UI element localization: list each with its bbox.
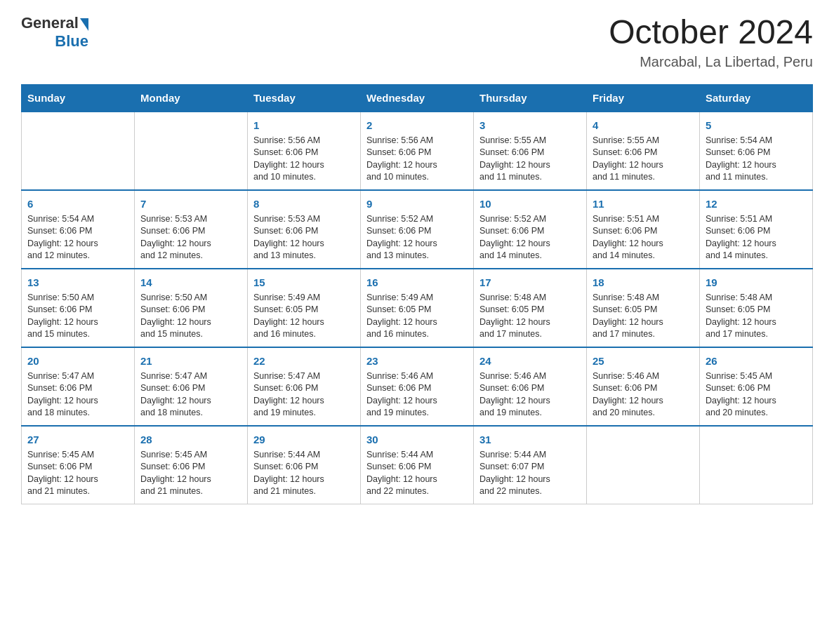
day-info: Sunrise: 5:54 AM Sunset: 6:06 PM Dayligh… <box>706 135 807 184</box>
day-info: Sunrise: 5:48 AM Sunset: 6:05 PM Dayligh… <box>479 292 581 341</box>
weekday-header-friday: Friday <box>587 84 700 112</box>
calendar-cell <box>587 426 700 504</box>
day-info: Sunrise: 5:46 AM Sunset: 6:06 PM Dayligh… <box>479 370 581 420</box>
day-info: Sunrise: 5:48 AM Sunset: 6:05 PM Dayligh… <box>593 292 694 341</box>
day-info: Sunrise: 5:44 AM Sunset: 6:06 PM Dayligh… <box>366 449 468 498</box>
calendar-cell: 8Sunrise: 5:53 AM Sunset: 6:06 PM Daylig… <box>248 190 361 269</box>
day-number: 17 <box>479 275 581 290</box>
day-number: 20 <box>27 354 128 368</box>
calendar-cell: 5Sunrise: 5:54 AM Sunset: 6:06 PM Daylig… <box>700 112 813 190</box>
calendar-cell: 1Sunrise: 5:56 AM Sunset: 6:06 PM Daylig… <box>248 112 361 190</box>
day-info: Sunrise: 5:48 AM Sunset: 6:05 PM Dayligh… <box>706 292 807 341</box>
calendar-cell: 16Sunrise: 5:49 AM Sunset: 6:05 PM Dayli… <box>361 269 474 347</box>
calendar-cell: 6Sunrise: 5:54 AM Sunset: 6:06 PM Daylig… <box>22 190 135 269</box>
day-number: 31 <box>479 432 581 447</box>
calendar-cell: 29Sunrise: 5:44 AM Sunset: 6:06 PM Dayli… <box>248 426 361 504</box>
day-info: Sunrise: 5:47 AM Sunset: 6:06 PM Dayligh… <box>27 370 128 420</box>
calendar-cell: 25Sunrise: 5:46 AM Sunset: 6:06 PM Dayli… <box>587 347 700 426</box>
day-info: Sunrise: 5:53 AM Sunset: 6:06 PM Dayligh… <box>140 213 241 262</box>
day-info: Sunrise: 5:55 AM Sunset: 6:06 PM Dayligh… <box>593 135 694 184</box>
calendar-cell: 23Sunrise: 5:46 AM Sunset: 6:06 PM Dayli… <box>361 347 474 426</box>
month-title: October 2024 <box>609 14 813 51</box>
calendar-cell: 19Sunrise: 5:48 AM Sunset: 6:05 PM Dayli… <box>700 269 813 347</box>
day-number: 26 <box>706 354 807 368</box>
day-info: Sunrise: 5:45 AM Sunset: 6:06 PM Dayligh… <box>706 370 807 420</box>
day-info: Sunrise: 5:44 AM Sunset: 6:06 PM Dayligh… <box>253 449 355 498</box>
weekday-header-monday: Monday <box>135 84 248 112</box>
calendar-cell: 15Sunrise: 5:49 AM Sunset: 6:05 PM Dayli… <box>248 269 361 347</box>
day-number: 23 <box>366 354 468 368</box>
day-number: 29 <box>253 432 355 447</box>
day-info: Sunrise: 5:45 AM Sunset: 6:06 PM Dayligh… <box>140 449 241 498</box>
week-row-4: 20Sunrise: 5:47 AM Sunset: 6:06 PM Dayli… <box>22 347 813 426</box>
calendar-cell: 3Sunrise: 5:55 AM Sunset: 6:06 PM Daylig… <box>474 112 587 190</box>
calendar-cell: 14Sunrise: 5:50 AM Sunset: 6:06 PM Dayli… <box>135 269 248 347</box>
day-number: 16 <box>366 275 468 290</box>
day-info: Sunrise: 5:49 AM Sunset: 6:05 PM Dayligh… <box>253 292 355 341</box>
logo: General Blue <box>21 14 88 51</box>
calendar-cell: 7Sunrise: 5:53 AM Sunset: 6:06 PM Daylig… <box>135 190 248 269</box>
title-area: October 2024 Marcabal, La Libertad, Peru <box>609 14 813 70</box>
day-number: 15 <box>253 275 355 290</box>
day-info: Sunrise: 5:54 AM Sunset: 6:06 PM Dayligh… <box>27 213 128 262</box>
week-row-5: 27Sunrise: 5:45 AM Sunset: 6:06 PM Dayli… <box>22 426 813 504</box>
weekday-header-row: SundayMondayTuesdayWednesdayThursdayFrid… <box>22 84 813 112</box>
calendar-cell: 28Sunrise: 5:45 AM Sunset: 6:06 PM Dayli… <box>135 426 248 504</box>
calendar-cell: 17Sunrise: 5:48 AM Sunset: 6:05 PM Dayli… <box>474 269 587 347</box>
day-number: 3 <box>479 118 581 133</box>
day-number: 28 <box>140 432 241 447</box>
day-number: 13 <box>27 275 128 290</box>
day-number: 24 <box>479 354 581 368</box>
day-number: 1 <box>253 118 355 133</box>
day-number: 18 <box>593 275 694 290</box>
weekday-header-sunday: Sunday <box>22 84 135 112</box>
calendar-table: SundayMondayTuesdayWednesdayThursdayFrid… <box>21 84 813 504</box>
day-info: Sunrise: 5:51 AM Sunset: 6:06 PM Dayligh… <box>706 213 807 262</box>
day-number: 2 <box>366 118 468 133</box>
calendar-cell: 9Sunrise: 5:52 AM Sunset: 6:06 PM Daylig… <box>361 190 474 269</box>
calendar-cell: 4Sunrise: 5:55 AM Sunset: 6:06 PM Daylig… <box>587 112 700 190</box>
week-row-3: 13Sunrise: 5:50 AM Sunset: 6:06 PM Dayli… <box>22 269 813 347</box>
day-info: Sunrise: 5:46 AM Sunset: 6:06 PM Dayligh… <box>366 370 468 420</box>
calendar-cell: 2Sunrise: 5:56 AM Sunset: 6:06 PM Daylig… <box>361 112 474 190</box>
calendar-cell <box>22 112 135 190</box>
calendar-cell: 11Sunrise: 5:51 AM Sunset: 6:06 PM Dayli… <box>587 190 700 269</box>
calendar-cell: 12Sunrise: 5:51 AM Sunset: 6:06 PM Dayli… <box>700 190 813 269</box>
calendar-cell <box>135 112 248 190</box>
calendar-cell: 27Sunrise: 5:45 AM Sunset: 6:06 PM Dayli… <box>22 426 135 504</box>
day-number: 5 <box>706 118 807 133</box>
location-title: Marcabal, La Libertad, Peru <box>609 54 813 70</box>
day-info: Sunrise: 5:46 AM Sunset: 6:06 PM Dayligh… <box>593 370 694 420</box>
calendar-cell: 13Sunrise: 5:50 AM Sunset: 6:06 PM Dayli… <box>22 269 135 347</box>
day-number: 4 <box>593 118 694 133</box>
day-info: Sunrise: 5:50 AM Sunset: 6:06 PM Dayligh… <box>27 292 128 341</box>
day-info: Sunrise: 5:47 AM Sunset: 6:06 PM Dayligh… <box>140 370 241 420</box>
day-number: 9 <box>366 196 468 211</box>
logo-blue: Blue <box>55 32 88 51</box>
calendar-cell: 20Sunrise: 5:47 AM Sunset: 6:06 PM Dayli… <box>22 347 135 426</box>
day-number: 22 <box>253 354 355 368</box>
day-number: 6 <box>27 196 128 211</box>
day-number: 19 <box>706 275 807 290</box>
day-number: 10 <box>479 196 581 211</box>
day-info: Sunrise: 5:56 AM Sunset: 6:06 PM Dayligh… <box>366 135 468 184</box>
calendar-cell: 21Sunrise: 5:47 AM Sunset: 6:06 PM Dayli… <box>135 347 248 426</box>
day-info: Sunrise: 5:49 AM Sunset: 6:05 PM Dayligh… <box>366 292 468 341</box>
calendar-cell <box>700 426 813 504</box>
day-number: 12 <box>706 196 807 211</box>
day-info: Sunrise: 5:50 AM Sunset: 6:06 PM Dayligh… <box>140 292 241 341</box>
calendar-cell: 22Sunrise: 5:47 AM Sunset: 6:06 PM Dayli… <box>248 347 361 426</box>
day-info: Sunrise: 5:51 AM Sunset: 6:06 PM Dayligh… <box>593 213 694 262</box>
week-row-1: 1Sunrise: 5:56 AM Sunset: 6:06 PM Daylig… <box>22 112 813 190</box>
day-number: 11 <box>593 196 694 211</box>
day-info: Sunrise: 5:53 AM Sunset: 6:06 PM Dayligh… <box>253 213 355 262</box>
day-info: Sunrise: 5:45 AM Sunset: 6:06 PM Dayligh… <box>27 449 128 498</box>
weekday-header-wednesday: Wednesday <box>361 84 474 112</box>
day-info: Sunrise: 5:52 AM Sunset: 6:06 PM Dayligh… <box>366 213 468 262</box>
day-info: Sunrise: 5:52 AM Sunset: 6:06 PM Dayligh… <box>479 213 581 262</box>
calendar-cell: 26Sunrise: 5:45 AM Sunset: 6:06 PM Dayli… <box>700 347 813 426</box>
day-number: 30 <box>366 432 468 447</box>
calendar-cell: 31Sunrise: 5:44 AM Sunset: 6:07 PM Dayli… <box>474 426 587 504</box>
logo-general: General <box>21 14 79 32</box>
day-number: 27 <box>27 432 128 447</box>
